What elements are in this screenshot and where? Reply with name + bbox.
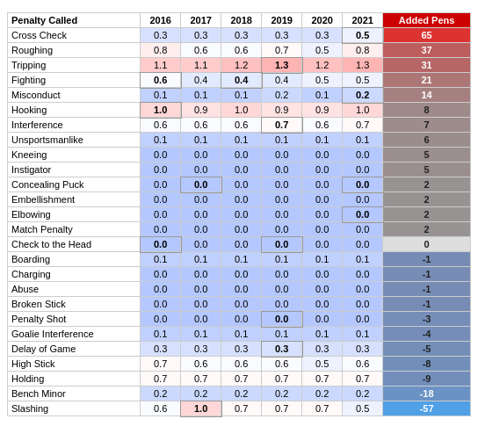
data-cell: 0.0 xyxy=(181,222,221,237)
penalty-name-cell: Slashing xyxy=(8,401,141,416)
data-cell: 0.1 xyxy=(302,133,343,148)
data-cell: 0.0 xyxy=(343,312,383,327)
data-cell: 0.2 xyxy=(221,387,262,401)
table-row: Cross Check0.30.30.30.30.30.565 xyxy=(8,28,471,43)
data-cell: 0.0 xyxy=(221,207,262,222)
data-cell: 0.3 xyxy=(141,28,181,43)
data-cell: 0.0 xyxy=(302,192,343,207)
data-cell: 0.1 xyxy=(221,133,262,148)
data-cell: 0.7 xyxy=(343,118,383,133)
table-row: Bench Minor0.20.20.20.20.20.2-18 xyxy=(8,387,471,401)
data-cell: 0.0 xyxy=(181,163,221,177)
data-cell: 0.0 xyxy=(141,237,181,252)
data-cell: 0.1 xyxy=(141,88,181,103)
data-cell: 0.0 xyxy=(141,267,181,282)
added-pens-cell: 5 xyxy=(383,163,471,177)
data-cell: 0.5 xyxy=(302,357,343,372)
added-pens-cell: 2 xyxy=(383,222,471,237)
data-cell: 0.1 xyxy=(343,133,383,148)
data-cell: 0.6 xyxy=(141,73,181,88)
data-cell: 0.0 xyxy=(302,282,343,297)
added-pens-cell: 8 xyxy=(383,103,471,118)
added-pens-cell: 6 xyxy=(383,133,471,148)
added-pens-cell: -3 xyxy=(383,312,471,327)
data-cell: 0.3 xyxy=(221,28,262,43)
data-cell: 0.1 xyxy=(181,88,221,103)
data-cell: 0.0 xyxy=(141,297,181,312)
data-cell: 1.2 xyxy=(221,58,262,73)
penalty-name-cell: Charging xyxy=(8,267,141,282)
penalty-name-cell: Interference xyxy=(8,118,141,133)
data-cell: 0.5 xyxy=(302,73,343,88)
penalty-name-cell: Goalie Interference xyxy=(8,327,141,342)
added-pens-cell: 65 xyxy=(383,28,471,43)
data-cell: 0.0 xyxy=(181,282,221,297)
data-cell: 0.0 xyxy=(181,312,221,327)
data-cell: 0.2 xyxy=(181,387,221,401)
table-row: Boarding0.10.10.10.10.10.1-1 xyxy=(8,252,471,267)
table-row: Slashing0.61.00.70.70.70.5-57 xyxy=(8,401,471,416)
data-cell: 0.0 xyxy=(221,148,262,163)
added-pens-cell: -4 xyxy=(383,327,471,342)
data-cell: 0.0 xyxy=(221,237,262,252)
added-pens-cell: -1 xyxy=(383,297,471,312)
data-cell: 0.6 xyxy=(343,357,383,372)
table-row: Interference0.60.60.60.70.60.77 xyxy=(8,118,471,133)
penalty-name-cell: Roughing xyxy=(8,43,141,58)
data-cell: 0.1 xyxy=(221,252,262,267)
data-cell: 0.0 xyxy=(221,267,262,282)
data-cell: 0.8 xyxy=(343,43,383,58)
data-cell: 0.7 xyxy=(302,401,343,416)
table-row: Kneeing0.00.00.00.00.00.05 xyxy=(8,148,471,163)
data-cell: 0.3 xyxy=(302,28,343,43)
data-cell: 0.1 xyxy=(141,133,181,148)
data-cell: 0.7 xyxy=(343,372,383,387)
col-header-2016: 2016 xyxy=(141,13,181,28)
data-cell: 0.0 xyxy=(262,297,302,312)
table-row: Penalty Shot0.00.00.00.00.00.0-3 xyxy=(8,312,471,327)
data-cell: 0.0 xyxy=(221,282,262,297)
data-cell: 0.2 xyxy=(302,387,343,401)
data-cell: 0.5 xyxy=(343,28,383,43)
data-cell: 0.0 xyxy=(343,177,383,192)
data-cell: 0.0 xyxy=(302,177,343,192)
data-cell: 0.0 xyxy=(181,148,221,163)
data-cell: 0.0 xyxy=(262,148,302,163)
data-cell: 0.3 xyxy=(343,342,383,357)
data-cell: 0.0 xyxy=(181,192,221,207)
data-cell: 0.0 xyxy=(302,237,343,252)
added-pens-cell: -5 xyxy=(383,342,471,357)
data-cell: 0.7 xyxy=(221,372,262,387)
data-cell: 0.1 xyxy=(181,133,221,148)
data-cell: 0.3 xyxy=(221,342,262,357)
data-cell: 0.1 xyxy=(302,88,343,103)
added-pens-cell: 2 xyxy=(383,192,471,207)
data-cell: 0.6 xyxy=(262,357,302,372)
col-header-2020: 2020 xyxy=(302,13,343,28)
penalty-name-cell: Fighting xyxy=(8,73,141,88)
data-cell: 0.0 xyxy=(343,222,383,237)
data-cell: 0.0 xyxy=(343,282,383,297)
data-cell: 0.6 xyxy=(221,357,262,372)
table-row: Roughing0.80.60.60.70.50.837 xyxy=(8,43,471,58)
data-cell: 0.6 xyxy=(221,118,262,133)
data-cell: 0.0 xyxy=(181,297,221,312)
data-cell: 0.9 xyxy=(302,103,343,118)
table-row: Charging0.00.00.00.00.00.0-1 xyxy=(8,267,471,282)
table-row: Abuse0.00.00.00.00.00.0-1 xyxy=(8,282,471,297)
table-row: Check to the Head0.00.00.00.00.00.00 xyxy=(8,237,471,252)
data-cell: 0.1 xyxy=(302,252,343,267)
data-cell: 1.0 xyxy=(343,103,383,118)
data-cell: 0.1 xyxy=(181,252,221,267)
data-cell: 0.0 xyxy=(343,237,383,252)
data-cell: 0.7 xyxy=(141,372,181,387)
data-cell: 0.0 xyxy=(221,312,262,327)
data-cell: 0.0 xyxy=(221,297,262,312)
penalty-name-cell: Penalty Shot xyxy=(8,312,141,327)
data-cell: 0.0 xyxy=(343,207,383,222)
penalty-name-cell: Misconduct xyxy=(8,88,141,103)
data-cell: 0.0 xyxy=(302,207,343,222)
added-pens-cell: -57 xyxy=(383,401,471,416)
added-pens-cell: 37 xyxy=(383,43,471,58)
data-cell: 0.6 xyxy=(141,401,181,416)
